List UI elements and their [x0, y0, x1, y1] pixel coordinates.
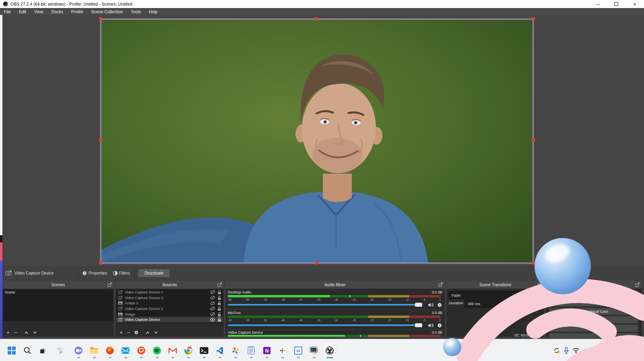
taskbar-app-file-explorer[interactable]	[88, 343, 100, 359]
sync-icon[interactable]	[553, 347, 560, 354]
add-source-icon[interactable]: +	[120, 329, 123, 336]
dock-popout-icon[interactable]	[438, 282, 443, 287]
move-scene-up-icon[interactable]	[24, 331, 29, 334]
settings-button[interactable]: Settings	[549, 324, 638, 332]
resize-handle-top-right[interactable]	[532, 17, 535, 21]
source-name: Video Capture Device	[125, 318, 208, 322]
transition-settings-gear-icon[interactable]	[529, 291, 536, 298]
resize-handle-mid-left[interactable]	[99, 139, 102, 142]
resize-handle-bottom-left[interactable]	[99, 261, 102, 265]
menu-profile[interactable]: Profile	[67, 8, 87, 15]
minimize-button[interactable]: —	[588, 0, 607, 8]
taskbar-app-orange-chat[interactable]	[135, 343, 147, 359]
lock-icon[interactable]	[217, 317, 221, 322]
deactivate-button[interactable]: Deactivate	[138, 269, 169, 277]
volume-slider-handle[interactable]	[415, 303, 422, 307]
taskbar-app-spotify[interactable]	[151, 343, 163, 359]
source-properties-gear-icon[interactable]	[134, 330, 139, 335]
menu-scene-collection[interactable]: Scene Collection	[87, 8, 127, 15]
speaker-icon[interactable]	[428, 323, 434, 328]
maximize-button[interactable]	[607, 0, 625, 8]
menu-file[interactable]: File	[0, 8, 15, 15]
remove-source-icon[interactable]: −	[127, 329, 130, 336]
spinner-down-icon[interactable]: ▼	[537, 304, 540, 306]
resize-handle-mid-right[interactable]	[532, 139, 535, 142]
scene-list-item[interactable]: Scene	[3, 289, 113, 295]
taskbar-app-slack[interactable]	[277, 343, 289, 359]
taskbar-app-chat[interactable]	[72, 343, 85, 359]
source-row[interactable]: Video Capture Device 4	[116, 289, 223, 295]
task-view-button[interactable]	[37, 343, 49, 359]
channel-settings-gear-icon[interactable]	[437, 302, 442, 308]
taskbar-app-mail[interactable]	[120, 343, 132, 359]
properties-button[interactable]: Properties	[89, 271, 107, 275]
dock-popout-icon[interactable]	[635, 282, 640, 287]
studio-mode-button[interactable]: Studio Mode	[549, 316, 638, 324]
resize-handle-bottom-center[interactable]	[315, 261, 318, 265]
volume-slider-handle[interactable]	[415, 323, 422, 327]
source-row[interactable]: Video Capture Device 3	[116, 295, 223, 301]
microphone-icon[interactable]	[564, 347, 569, 354]
taskbar-app-photos-pinwheel[interactable]	[229, 343, 242, 359]
move-source-up-icon[interactable]	[145, 331, 150, 334]
dock-popout-icon[interactable]	[217, 282, 222, 287]
taskbar-app-notepad[interactable]	[245, 343, 257, 359]
taskbar-app-chrome[interactable]	[182, 343, 194, 359]
taskbar-app-obs-active[interactable]	[324, 343, 336, 359]
taskbar-app-onenote[interactable]: N	[261, 343, 273, 359]
taskbar-app-snip-sketch[interactable]	[308, 343, 320, 359]
menu-tools[interactable]: Tools	[127, 8, 145, 15]
move-source-down-icon[interactable]	[154, 331, 158, 334]
source-row-selected[interactable]: Video Capture Device	[116, 317, 223, 322]
volume-icon[interactable]	[583, 348, 589, 353]
weather-widget[interactable]: 7°	[53, 343, 69, 359]
visibility-hidden-icon[interactable]	[210, 301, 215, 306]
lock-icon[interactable]	[217, 295, 221, 300]
taskbar-app-gmail[interactable]	[167, 343, 179, 359]
duration-input[interactable]: 300 ms ▲▼	[465, 300, 543, 308]
taskbar-app-vscode[interactable]	[214, 343, 226, 359]
notification-badge[interactable]: 1	[634, 347, 640, 354]
menu-docks[interactable]: Docks	[47, 8, 67, 15]
taskbar-app-terminal[interactable]	[198, 343, 210, 359]
visibility-hidden-icon[interactable]	[210, 290, 215, 294]
filters-button[interactable]: Filters	[119, 271, 130, 275]
lock-icon[interactable]	[217, 290, 221, 295]
lock-icon[interactable]	[217, 312, 221, 317]
menu-view[interactable]: View	[30, 8, 47, 15]
visibility-hidden-icon[interactable]	[210, 312, 215, 316]
source-row[interactable]: Video Capture Device 2	[116, 306, 223, 312]
video-preview[interactable]	[101, 19, 533, 263]
source-row[interactable]: Image	[116, 312, 223, 317]
resize-handle-top-center[interactable]	[315, 17, 318, 21]
start-button[interactable]	[6, 343, 18, 359]
add-scene-icon[interactable]: +	[6, 329, 10, 336]
wifi-icon[interactable]	[572, 348, 580, 353]
channel-settings-gear-icon[interactable]	[437, 323, 442, 328]
covered-button[interactable]	[549, 299, 638, 307]
taskbar-app-google-calendar[interactable]: 31	[292, 343, 304, 359]
taskbar-app-firefox[interactable]	[104, 343, 116, 359]
menu-edit[interactable]: Edit	[15, 8, 30, 15]
visibility-hidden-icon[interactable]	[210, 306, 215, 311]
lock-icon[interactable]	[217, 301, 221, 306]
lock-icon[interactable]	[217, 306, 221, 311]
remove-scene-icon[interactable]: −	[14, 329, 17, 336]
volume-slider[interactable]	[228, 324, 422, 326]
dock-popout-icon[interactable]	[107, 282, 112, 287]
speaker-icon[interactable]	[428, 302, 434, 308]
source-row[interactable]: Avatar 2	[116, 300, 223, 306]
resize-handle-top-left[interactable]	[99, 17, 102, 21]
menu-help[interactable]: Help	[145, 8, 162, 15]
visibility-hidden-icon[interactable]	[210, 295, 215, 300]
transition-select[interactable]: Fade ▲▼	[449, 291, 529, 299]
start-virtual-cam-button[interactable]: Start Virtual Cam	[549, 308, 638, 315]
spinner-down-icon[interactable]: ▼	[524, 295, 526, 297]
battery-icon[interactable]	[592, 348, 601, 353]
close-button[interactable]: ✕	[625, 0, 644, 8]
visibility-visible-icon[interactable]	[210, 318, 215, 322]
search-button[interactable]	[21, 343, 33, 359]
volume-slider[interactable]	[228, 304, 422, 306]
clock-fragment[interactable]: 2	[604, 348, 606, 353]
move-scene-down-icon[interactable]	[33, 331, 37, 334]
